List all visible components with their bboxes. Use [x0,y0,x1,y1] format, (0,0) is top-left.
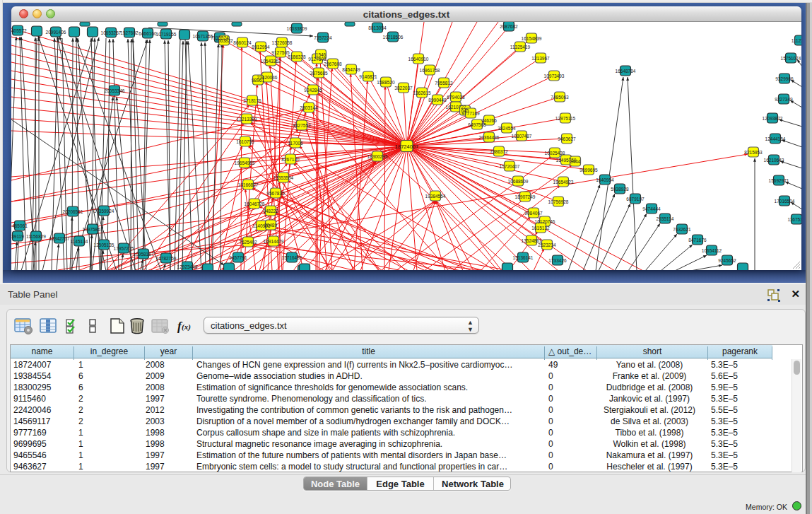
svg-text:15136141: 15136141 [513,255,534,260]
svg-text:1527602: 1527602 [120,30,139,35]
svg-text:8912954: 8912954 [252,45,270,49]
svg-text:1213967: 1213967 [531,56,550,61]
svg-text:9474444: 9474444 [642,206,661,211]
svg-text:19166827: 19166827 [238,182,259,187]
svg-text:6466160: 6466160 [139,31,157,36]
svg-text:20991406: 20991406 [46,30,66,35]
svg-text:8186328: 8186328 [288,54,306,59]
svg-text:8990448: 8990448 [428,98,447,103]
svg-text:465061: 465061 [12,223,28,228]
svg-text:20364436: 20364436 [479,135,500,140]
svg-text:19654985: 19654985 [235,160,255,165]
svg-text:9777169: 9777169 [461,111,480,116]
svg-text:3875685: 3875685 [310,71,328,76]
svg-text:6794028: 6794028 [447,95,465,100]
svg-text:16782759: 16782759 [156,256,177,261]
svg-text:9457791: 9457791 [229,255,247,260]
svg-text:7632621: 7632621 [673,227,691,232]
svg-text:9699695: 9699695 [579,168,598,173]
svg-text:15751074: 15751074 [781,56,801,61]
svg-text:20053346: 20053346 [105,88,125,93]
svg-text:11325419: 11325419 [510,45,531,49]
svg-text:9146821: 9146821 [359,74,377,79]
svg-text:39119: 39119 [11,234,24,239]
svg-text:10807487: 10807487 [512,134,532,139]
svg-text:16120746: 16120746 [535,219,555,224]
svg-text:9242845: 9242845 [304,88,322,93]
svg-text:12505135: 12505135 [94,243,114,247]
svg-text:18300295: 18300295 [367,154,388,159]
svg-text:10543362: 10543362 [261,59,281,64]
svg-text:8267130: 8267130 [281,157,300,162]
svg-text:16210643: 16210643 [764,158,784,163]
svg-text:117006: 117006 [288,141,303,146]
svg-text:9245652: 9245652 [718,258,736,263]
svg-text:12093872: 12093872 [763,116,783,121]
svg-text:1733426: 1733426 [548,258,567,263]
svg-text:10958187: 10958187 [134,252,154,257]
svg-text:19654923: 19654923 [553,180,574,185]
svg-text:12342737: 12342737 [49,236,70,241]
svg-text:17016504: 17016504 [775,199,795,204]
svg-text:2718176: 2718176 [243,98,261,103]
svg-text:2935114: 2935114 [657,216,674,221]
svg-text:1610755: 1610755 [236,139,254,144]
svg-text:9463627: 9463627 [558,136,576,141]
svg-text:3822037: 3822037 [394,86,413,90]
svg-text:8813054: 8813054 [368,25,387,30]
svg-text:8471676: 8471676 [688,238,707,243]
svg-text:15716485: 15716485 [282,255,302,260]
svg-text:2687682: 2687682 [500,24,518,29]
svg-text:8215953: 8215953 [744,150,763,155]
svg-text:13226058: 13226058 [272,40,293,45]
svg-text:10653267: 10653267 [101,30,122,35]
svg-text:12213389: 12213389 [237,117,257,122]
svg-text:8454749: 8454749 [342,67,360,72]
svg-text:1615132: 1615132 [531,226,550,230]
svg-text:16961758: 16961758 [420,68,440,73]
svg-text:10719155: 10719155 [156,32,177,37]
svg-text:19218506: 19218506 [383,35,404,40]
svg-text:16033809: 16033809 [287,26,307,31]
svg-text:15720407: 15720407 [500,164,520,169]
svg-text:16648784: 16648784 [616,69,636,74]
svg-text:7386372: 7386372 [490,149,508,154]
svg-text:11353594: 11353594 [273,175,294,180]
svg-text:(x): (x) [182,322,191,332]
svg-text:10756928: 10756928 [548,199,569,204]
svg-text:1167533: 1167533 [788,217,801,222]
svg-text:9127505: 9127505 [271,50,290,55]
svg-text:10654112: 10654112 [702,248,722,253]
svg-text:7485063: 7485063 [551,95,569,100]
svg-text:12975115: 12975115 [555,116,576,121]
svg-text:1112340: 1112340 [792,38,801,43]
svg-text:7625402: 7625402 [239,240,257,245]
svg-text:98961: 98961 [252,78,264,83]
svg-text:1546: 1546 [316,52,326,57]
svg-text:9227349: 9227349 [775,97,793,102]
svg-text:7955812: 7955812 [435,81,453,86]
svg-text:18907249: 18907249 [515,194,536,199]
svg-text:10688609: 10688609 [508,179,529,184]
svg-text:6879197: 6879197 [626,197,645,201]
svg-text:20489: 20489 [264,223,277,228]
svg-text:19384554: 19384554 [425,194,446,199]
svg-text:1145134: 1145134 [71,239,88,244]
svg-text:9127508: 9127508 [308,57,326,62]
svg-text:15692971: 15692971 [769,178,789,183]
svg-text:9427552: 9427552 [293,123,311,128]
svg-text:16046728: 16046728 [245,201,265,206]
svg-text:17957275: 17957275 [114,246,134,251]
svg-text:2523234: 2523234 [538,243,556,247]
svg-text:10973493: 10973493 [544,74,565,78]
svg-text:10025438: 10025438 [545,151,565,156]
svg-text:7357224: 7357224 [314,35,332,40]
svg-text:16914479: 16914479 [264,239,284,244]
svg-text:1588520: 1588520 [377,80,395,85]
svg-text:8444: 8444 [570,159,581,164]
svg-text:16640910: 16640910 [408,57,429,62]
svg-text:1640954: 1640954 [596,177,614,182]
svg-text:6497568: 6497568 [468,122,486,127]
svg-text:16154839: 16154839 [522,36,542,41]
svg-text:20206561: 20206561 [63,209,83,214]
